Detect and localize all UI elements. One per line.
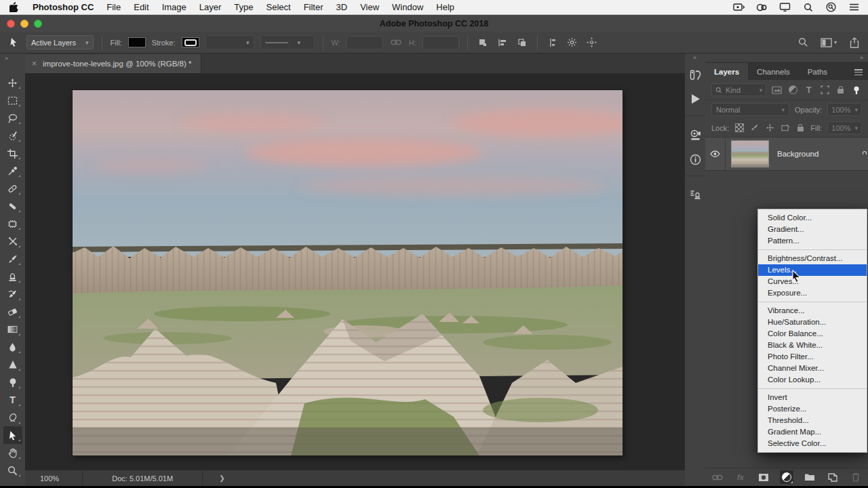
layer-row-background[interactable]: Background	[705, 138, 868, 171]
stroke-width-select[interactable]: ▾	[205, 35, 254, 49]
link-layers-icon[interactable]	[711, 470, 724, 484]
filter-kind-select[interactable]: Kind ▾	[711, 83, 766, 96]
menu-item-invert[interactable]: Invert	[758, 392, 867, 403]
panels-collapse-icon[interactable]: «	[693, 54, 697, 62]
menu-item-threshold[interactable]: Threshold...	[758, 415, 867, 426]
tool-zoom[interactable]	[3, 462, 22, 479]
spotlight-search-icon[interactable]	[802, 2, 814, 12]
tool-pen[interactable]	[3, 409, 22, 426]
menu-edit[interactable]: Edit	[134, 2, 149, 12]
tool-clone-stamp[interactable]	[3, 268, 22, 285]
menu-window[interactable]: Window	[392, 2, 423, 12]
tab-layers[interactable]: Layers	[705, 63, 748, 80]
tab-channels[interactable]: Channels	[748, 63, 799, 80]
zoom-accessibility-icon[interactable]	[825, 2, 837, 12]
layer-thumbnail[interactable]	[731, 140, 769, 167]
menu-item-pattern[interactable]: Pattern...	[758, 235, 867, 247]
status-chevron-icon[interactable]: ❯	[219, 474, 224, 482]
search-icon[interactable]	[796, 36, 810, 49]
tool-red-eye[interactable]	[3, 215, 22, 232]
menu-item-curves[interactable]: Curves...	[758, 276, 867, 287]
lock-transparency-icon[interactable]	[734, 122, 744, 134]
dock-collapse-icon[interactable]: »	[860, 54, 864, 61]
workspace-switcher-icon[interactable]: ▾	[818, 36, 839, 49]
menu-view[interactable]: View	[360, 2, 379, 12]
tool-type[interactable]: T	[3, 391, 22, 409]
filter-type-layers-icon[interactable]: T	[804, 84, 814, 96]
tool-sharpen[interactable]	[3, 356, 22, 373]
menu-item-solid-color[interactable]: Solid Color...	[758, 212, 867, 224]
menu-photoshop[interactable]: Photoshop CC	[33, 2, 94, 12]
history-panel-icon[interactable]	[687, 66, 703, 83]
lock-pixels-icon[interactable]	[750, 122, 760, 134]
displays-icon[interactable]	[779, 2, 791, 12]
document-tab[interactable]: × improve-tone-levels.jpg @ 100% (RGB/8)…	[25, 54, 201, 73]
minimize-window-button[interactable]	[20, 20, 28, 28]
doc-size-info[interactable]: Doc: 5.01M/5.01M	[82, 470, 203, 486]
tool-eyedropper[interactable]	[3, 162, 22, 180]
blend-mode-select[interactable]: Normal ▾	[711, 103, 789, 116]
menu-help[interactable]: Help	[436, 2, 454, 12]
close-tab-icon[interactable]: ×	[32, 59, 37, 68]
notification-center-icon[interactable]	[848, 2, 860, 12]
lock-position-icon[interactable]	[765, 122, 774, 134]
apple-logo-icon[interactable]	[8, 2, 20, 12]
delete-layer-icon[interactable]	[849, 470, 863, 484]
tool-hand[interactable]	[3, 444, 22, 462]
canvas-image[interactable]	[73, 90, 623, 455]
tool-history-brush[interactable]	[3, 285, 22, 303]
tool-rectangular-marquee[interactable]	[3, 92, 22, 109]
actions-panel-icon[interactable]	[687, 91, 703, 107]
menu-item-exposure[interactable]: Exposure...	[758, 287, 867, 299]
stroke-type-select[interactable]: ▾	[260, 35, 315, 49]
share-icon[interactable]	[848, 36, 861, 49]
filter-pixel-layers-icon[interactable]	[772, 84, 782, 96]
tool-crop[interactable]	[3, 144, 22, 162]
menu-item-gradient[interactable]: Gradient...	[758, 224, 867, 235]
menu-item-channel-mixer[interactable]: Channel Mixer...	[758, 363, 867, 374]
close-window-button[interactable]	[7, 20, 15, 28]
menu-layer[interactable]: Layer	[199, 2, 222, 12]
3d-widget-icon[interactable]	[585, 36, 599, 49]
toolbar-expand-icon[interactable]: »	[0, 54, 9, 64]
link-dimensions-icon[interactable]	[389, 36, 403, 49]
tool-quick-selection[interactable]	[3, 127, 22, 144]
filter-smart-objects-icon[interactable]	[835, 84, 846, 96]
tool-preset-select[interactable]: Active Layers ▾	[26, 35, 94, 49]
height-input[interactable]	[422, 36, 459, 49]
fill-opacity-select[interactable]: 100% ▾	[827, 121, 862, 134]
menu-item-photo-filter[interactable]: Photo Filter...	[758, 351, 867, 363]
tool-move[interactable]	[3, 74, 22, 92]
menu-item-vibrance[interactable]: Vibrance...	[758, 305, 867, 317]
add-layer-mask-icon[interactable]	[757, 470, 770, 484]
layer-visibility-toggle[interactable]	[705, 138, 726, 170]
info-panel-icon[interactable]	[687, 151, 703, 167]
menu-file[interactable]: File	[106, 2, 121, 12]
tab-paths[interactable]: Paths	[799, 63, 836, 80]
path-alignment-icon[interactable]	[496, 36, 509, 49]
tool-lasso[interactable]	[3, 109, 22, 127]
tool-blur[interactable]	[3, 338, 22, 356]
filter-adjustment-layers-icon[interactable]	[788, 84, 798, 96]
menu-item-black-white[interactable]: Black & White...	[758, 340, 867, 351]
menu-filter[interactable]: Filter	[304, 2, 323, 12]
tool-dodge[interactable]	[3, 373, 22, 391]
gear-icon[interactable]	[566, 36, 579, 49]
path-arrangement-icon[interactable]	[515, 36, 529, 49]
fill-swatch[interactable]	[128, 37, 146, 47]
lock-all-icon[interactable]	[795, 122, 805, 134]
menu-item-levels[interactable]: Levels...	[758, 264, 867, 276]
fullscreen-window-button[interactable]	[34, 20, 42, 28]
layer-styles-icon[interactable]: fx	[734, 470, 747, 484]
filter-shape-layers-icon[interactable]	[820, 84, 830, 96]
menu-item-color-balance[interactable]: Color Balance...	[758, 328, 867, 340]
width-input[interactable]	[347, 36, 383, 49]
menu-item-color-lookup[interactable]: Color Lookup...	[758, 374, 867, 386]
path-options-icon[interactable]	[546, 36, 559, 49]
shape-mode-icon[interactable]	[476, 36, 490, 49]
tool-eraser[interactable]	[3, 303, 22, 321]
tool-patch[interactable]	[3, 197, 22, 215]
filter-toggle-icon[interactable]	[852, 84, 862, 96]
tool-path-selection[interactable]	[3, 426, 22, 444]
menu-item-brightness-contrast[interactable]: Brightness/Contrast...	[758, 253, 867, 264]
